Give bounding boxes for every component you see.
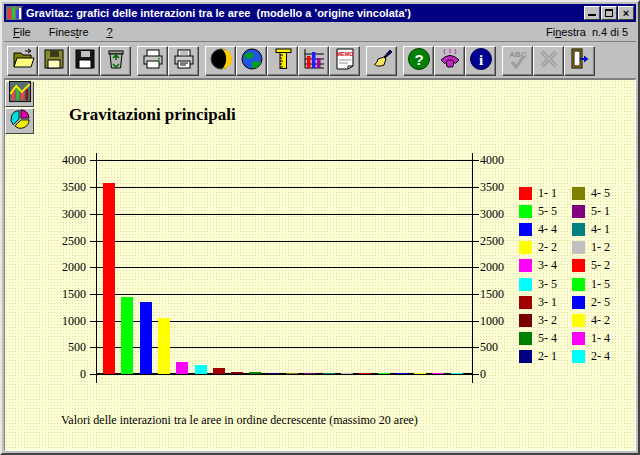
cancel-x-icon xyxy=(537,47,561,75)
right-tick-0 xyxy=(473,374,479,375)
toolbar-measure-button[interactable] xyxy=(267,46,298,76)
right-tick-4000 xyxy=(473,160,479,161)
maximize-button[interactable] xyxy=(601,6,617,20)
info-icon: i xyxy=(469,47,493,75)
toolbar-open-button[interactable] xyxy=(7,46,38,76)
legend-item-1-2: 1- 2 xyxy=(572,238,610,256)
right-tick-3000 xyxy=(473,214,479,215)
right-tick-500 xyxy=(473,347,479,348)
side-bar-chart-view-button[interactable] xyxy=(5,81,34,107)
legend-swatch xyxy=(519,241,532,254)
gridline-2000 xyxy=(97,267,472,268)
chart-legend: 1- 15- 54- 42- 23- 43- 53- 13- 25- 42- 1… xyxy=(519,184,631,369)
help-icon: ? xyxy=(407,47,431,75)
legend-label: 2- 1 xyxy=(538,349,557,364)
bar-chart-icon xyxy=(302,47,326,75)
legend-item-3-1: 3- 1 xyxy=(519,293,557,311)
legend-label: 1- 1 xyxy=(538,186,557,201)
open-folder-icon xyxy=(11,47,35,75)
toolbar-exit-button[interactable] xyxy=(564,46,595,76)
toolbar-print-button[interactable] xyxy=(137,46,168,76)
legend-label: 5- 1 xyxy=(591,204,610,219)
gridline-1500 xyxy=(97,294,472,295)
side-pie-chart-view-button[interactable] xyxy=(5,108,34,134)
bar-2-1 xyxy=(268,373,280,374)
toolbar-world-button[interactable] xyxy=(236,46,267,76)
legend-swatch xyxy=(572,332,585,345)
globe-icon xyxy=(240,47,264,75)
menu-item-file[interactable]: File xyxy=(4,24,40,40)
toolbar-save-button[interactable] xyxy=(38,46,69,76)
legend-item-4-4: 4- 4 xyxy=(519,220,557,238)
legend-label: 1- 4 xyxy=(591,331,610,346)
left-tick-500 xyxy=(90,347,96,348)
left-axis-label-2500: 2500 xyxy=(30,233,86,249)
left-axis-label-1000: 1000 xyxy=(30,313,86,329)
left-axis-label-0: 0 xyxy=(30,366,86,382)
bar-3-2 xyxy=(231,372,243,374)
svg-text:?: ? xyxy=(414,51,423,68)
legend-label: 3- 2 xyxy=(538,313,557,328)
right-tick-2500 xyxy=(473,241,479,242)
window-title: Gravitaz: grafici delle interazioni tra … xyxy=(26,7,583,19)
legend-label: 4- 2 xyxy=(591,313,610,328)
abc-check-icon: ABC xyxy=(506,47,530,75)
left-tick-3500 xyxy=(90,187,96,188)
left-axis-label-500: 500 xyxy=(30,339,86,355)
legend-label: 3- 1 xyxy=(538,295,557,310)
paintbrush-icon xyxy=(370,47,394,75)
legend-item-4-2: 4- 2 xyxy=(572,311,610,329)
gridline-500 xyxy=(97,347,472,348)
legend-label: 4- 5 xyxy=(591,186,610,201)
bar-5-5 xyxy=(121,297,133,374)
svg-text:i: i xyxy=(478,52,482,68)
toolbar-chart-button[interactable] xyxy=(298,46,329,76)
toolbar-memo-button[interactable]: MEMO xyxy=(329,46,360,76)
toolbar-save-as-button[interactable] xyxy=(69,46,100,76)
gridline-3000 xyxy=(97,214,472,215)
toolbar-contrast-button[interactable] xyxy=(205,46,236,76)
client-area: Gravitazioni principali 0050050010001000… xyxy=(4,79,636,451)
right-tick-1500 xyxy=(473,294,479,295)
legend-label: 2- 2 xyxy=(538,240,557,255)
minimize-button[interactable] xyxy=(584,6,600,20)
toolbar-spell-check-button: ABC xyxy=(502,46,533,76)
legend-item-4-5: 4- 5 xyxy=(572,184,610,202)
legend-label: 5- 4 xyxy=(538,331,557,346)
menu-item-[interactable]: ? xyxy=(98,24,122,40)
legend-label: 5- 2 xyxy=(591,258,610,273)
bar-1-1 xyxy=(103,183,115,374)
bar-4-2 xyxy=(414,373,426,374)
pie-chart-icon xyxy=(8,108,32,134)
bar-2-5 xyxy=(396,373,408,374)
bar-1-5 xyxy=(378,373,390,374)
legend-swatch xyxy=(572,350,585,363)
left-tick-4000 xyxy=(90,160,96,161)
legend-label: 2- 5 xyxy=(591,295,610,310)
bar-4-4 xyxy=(140,302,152,374)
toolbar-help-button[interactable]: ? xyxy=(403,46,434,76)
right-tick-1000 xyxy=(473,321,479,322)
left-axis-label-3000: 3000 xyxy=(30,206,86,222)
toolbar-delete-button[interactable] xyxy=(100,46,131,76)
toolbar-style-button[interactable] xyxy=(366,46,397,76)
legend-item-1-4: 1- 4 xyxy=(572,329,610,347)
legend-swatch xyxy=(519,296,532,309)
toolbar-contact-button[interactable] xyxy=(434,46,465,76)
left-tick-2500 xyxy=(90,241,96,242)
toolbar-print-preview-button[interactable] xyxy=(168,46,199,76)
legend-item-5-4: 5- 4 xyxy=(519,329,557,347)
moon-eclipse-icon xyxy=(209,47,233,75)
legend-label: 2- 4 xyxy=(591,349,610,364)
svg-text:MEMO: MEMO xyxy=(336,51,354,57)
exit-door-icon xyxy=(568,47,592,75)
bar-2-2 xyxy=(158,318,170,374)
bar-line-chart-icon xyxy=(8,81,32,107)
mini-bar-chart-icon xyxy=(6,6,22,20)
menu-item-finestre[interactable]: Finestre xyxy=(40,24,98,40)
toolbar-info-button[interactable]: i xyxy=(465,46,496,76)
left-axis-label-2000: 2000 xyxy=(30,259,86,275)
gridline-4000 xyxy=(97,160,472,161)
minimize-icon xyxy=(588,14,596,16)
close-button[interactable]: × xyxy=(618,6,634,20)
